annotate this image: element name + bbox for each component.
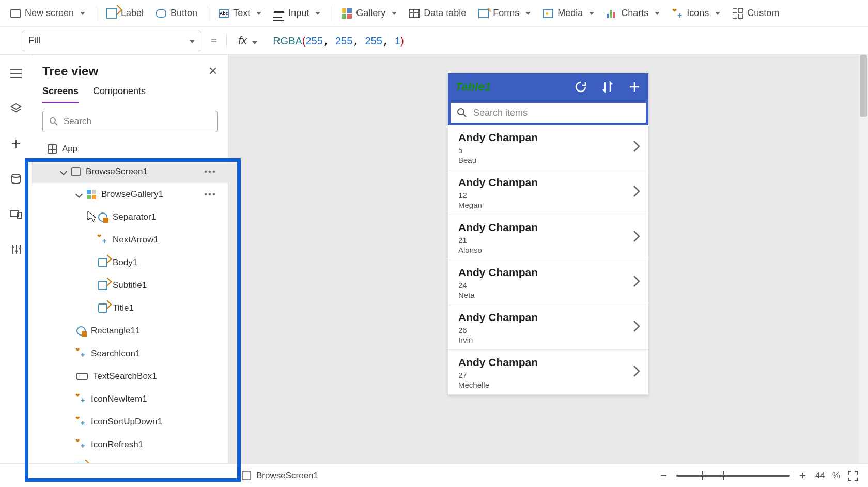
- layers-icon: [10, 103, 22, 114]
- screens-tab[interactable]: Screens: [42, 86, 79, 103]
- svg-point-7: [458, 109, 464, 115]
- fullscreen-button[interactable]: [847, 470, 858, 481]
- more-button[interactable]: •••: [204, 166, 220, 177]
- label-button[interactable]: Label: [101, 5, 149, 22]
- button-button[interactable]: Button: [151, 5, 203, 22]
- chevron-right-icon[interactable]: [633, 185, 640, 200]
- tree-item[interactable]: Separator1: [32, 206, 228, 229]
- charts-button[interactable]: Charts: [601, 5, 665, 22]
- ribbon-label: Button: [171, 8, 197, 19]
- list-item[interactable]: Andy Champan 27 Mechelle: [448, 350, 648, 395]
- zoom-slider[interactable]: [676, 475, 790, 477]
- tree-item[interactable]: IconNewItem1: [32, 388, 228, 410]
- chevron-right-icon[interactable]: [633, 365, 640, 379]
- gallery-icon: [87, 190, 96, 199]
- forms-button[interactable]: Forms: [473, 5, 536, 22]
- tree-item[interactable]: Body1: [32, 251, 228, 274]
- devices-icon: [10, 209, 22, 219]
- zoom-out-button[interactable]: −: [658, 469, 669, 482]
- tree-item[interactable]: NextArrow1: [32, 229, 228, 251]
- formula-input[interactable]: RGBA(255, 255, 255, 1): [262, 35, 404, 47]
- main-area: Tree view ✕ Screens Components Search Ap…: [0, 55, 868, 463]
- ribbon-label: Charts: [621, 8, 648, 19]
- tree-item[interactable]: LblAppName1: [32, 456, 228, 463]
- insert-nav-button[interactable]: [6, 133, 26, 154]
- hamburger-button[interactable]: [6, 63, 26, 84]
- insert-ribbon: New screen Label Button Abc Text Input G…: [0, 0, 868, 27]
- media-nav-button[interactable]: [6, 204, 26, 224]
- tree-item[interactable]: IconRefresh1: [32, 433, 228, 456]
- zoom-tick: [702, 471, 703, 480]
- chevron-down-icon[interactable]: [60, 168, 67, 175]
- sort-button[interactable]: [601, 80, 614, 94]
- search-input[interactable]: Search items: [450, 102, 647, 124]
- media-button[interactable]: Media: [538, 5, 599, 22]
- more-button[interactable]: •••: [204, 189, 220, 200]
- icons-button[interactable]: Icons: [667, 5, 725, 22]
- add-button[interactable]: [628, 80, 641, 94]
- fx-button[interactable]: fx: [226, 34, 262, 48]
- data-nav-button[interactable]: [6, 169, 26, 189]
- ribbon-label: Data table: [424, 8, 466, 19]
- status-selection: BrowseScreen1: [256, 470, 318, 481]
- tree-item[interactable]: IconSortUpDown1: [32, 410, 228, 433]
- refresh-button[interactable]: [574, 80, 587, 94]
- zoom-in-button[interactable]: +: [797, 469, 808, 482]
- input-button[interactable]: Input: [269, 5, 326, 22]
- plus-icon: [628, 81, 641, 93]
- treeview-nav-button[interactable]: [6, 98, 26, 119]
- tree-search-input[interactable]: Search: [42, 111, 218, 132]
- tools-nav-button[interactable]: [6, 239, 26, 260]
- chevron-right-icon[interactable]: [633, 320, 640, 334]
- chevron-right-icon[interactable]: [633, 140, 640, 155]
- list-item[interactable]: Andy Champan 5 Beau: [448, 125, 648, 170]
- tree-item[interactable]: Title1: [32, 297, 228, 319]
- item-body: Irvin: [458, 336, 640, 344]
- scroll-thumb[interactable]: [860, 55, 867, 117]
- input-icon: [274, 8, 284, 19]
- property-dropdown[interactable]: Fill: [22, 31, 202, 51]
- gallery-button[interactable]: Gallery: [336, 5, 402, 22]
- list-item[interactable]: Andy Champan 12 Megan: [448, 170, 648, 215]
- icons-icon: [76, 349, 86, 358]
- ribbon-separator: [96, 6, 96, 21]
- components-tab[interactable]: Components: [93, 86, 146, 103]
- chevron-down-icon[interactable]: [75, 191, 83, 198]
- tree-item-screen[interactable]: BrowseScreen1 •••: [32, 160, 228, 183]
- datatable-button[interactable]: Data table: [404, 5, 471, 22]
- list-item[interactable]: Andy Champan 26 Irvin: [448, 305, 648, 350]
- charts-icon: [607, 8, 617, 19]
- text-button[interactable]: Abc Text: [213, 5, 267, 22]
- ribbon-label: Custom: [747, 8, 779, 19]
- vertical-scrollbar[interactable]: [859, 55, 868, 463]
- list-item[interactable]: Andy Champan 21 Alonso: [448, 215, 648, 260]
- icons-icon: [76, 394, 86, 404]
- search-icon: [49, 117, 58, 126]
- list-item[interactable]: Andy Champan 24 Neta: [448, 260, 648, 305]
- property-name: Fill: [28, 35, 40, 46]
- item-title: Andy Champan: [458, 266, 640, 279]
- ribbon-label: Label: [121, 8, 144, 19]
- zoom-unit: %: [832, 470, 840, 481]
- item-subtitle: 5: [458, 146, 640, 155]
- tree-item[interactable]: SearchIcon1: [32, 342, 228, 365]
- custom-button[interactable]: Custom: [727, 5, 784, 22]
- item-title: Andy Champan: [458, 356, 640, 369]
- chevron-down-icon: [250, 34, 257, 48]
- tree-item-app[interactable]: App: [32, 138, 228, 160]
- chevron-right-icon[interactable]: [633, 230, 640, 245]
- tree-item[interactable]: Subtitle1: [32, 274, 228, 297]
- equals-sign: =: [202, 34, 226, 48]
- new-screen-button[interactable]: New screen: [5, 5, 90, 22]
- screen-icon: [242, 471, 251, 480]
- close-panel-button[interactable]: ✕: [208, 65, 218, 78]
- tree-body[interactable]: App BrowseScreen1 ••• BrowseGallery1 •••…: [32, 138, 228, 463]
- canvas-area[interactable]: Table1 Search items Andy Champan 5 Beau: [228, 55, 868, 463]
- chevron-right-icon[interactable]: [633, 275, 640, 290]
- phone-preview[interactable]: Table1 Search items Andy Champan 5 Beau: [448, 73, 648, 395]
- tree-item[interactable]: TextSearchBox1: [32, 365, 228, 388]
- tree-item[interactable]: Rectangle11: [32, 319, 228, 342]
- formula-bar: Fill = fx RGBA(255, 255, 255, 1): [0, 27, 868, 55]
- tree-item-gallery[interactable]: BrowseGallery1 •••: [32, 183, 228, 206]
- item-subtitle: 21: [458, 236, 640, 245]
